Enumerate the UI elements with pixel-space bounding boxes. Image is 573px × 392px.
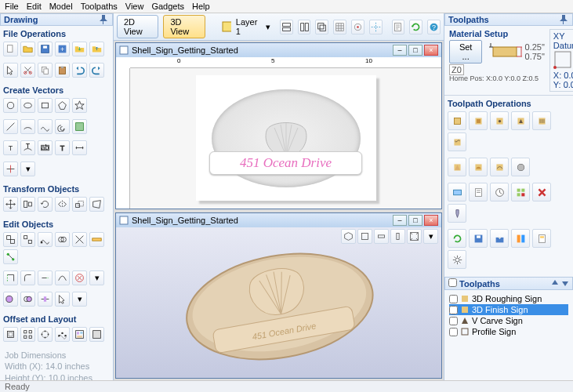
fluting-tp-icon[interactable] [532,111,551,130]
select-icon[interactable] [3,63,18,78]
arc-icon[interactable] [20,119,35,134]
canvas-3d[interactable]: 451 Ocean Drive ▾ [116,227,441,379]
circle-icon[interactable] [3,98,18,113]
toolpaths-list-check-all[interactable] [448,278,457,287]
recalc-tp-icon[interactable] [448,229,466,248]
trim-icon[interactable] [3,162,18,176]
new-file-icon[interactable] [3,42,18,56]
dim-icon[interactable] [72,140,87,155]
min-btn-icon[interactable]: – [393,45,407,56]
offset-icon[interactable] [3,327,18,342]
export-tp-icon[interactable] [490,229,509,248]
iso-view-icon[interactable] [341,229,356,244]
canvas-2d[interactable]: 0 5 10 4 [116,57,441,209]
paste-icon[interactable] [55,63,70,78]
bool1-icon[interactable] [3,292,18,307]
text-outline-icon[interactable]: T [55,140,70,155]
join-icon[interactable] [3,249,18,264]
tile-v-icon[interactable] [298,20,311,34]
nest-icon[interactable] [72,327,87,342]
cascade-icon[interactable] [315,20,328,34]
menu-view[interactable]: View [125,2,144,11]
pick-icon[interactable] [55,292,70,307]
toolpath-item[interactable]: 3D Roughing Sign [449,293,568,304]
menu-help[interactable]: Help [192,2,210,11]
vec-check-icon[interactable] [72,270,87,285]
text-icon[interactable]: T [3,140,18,155]
tooldb-icon[interactable] [448,204,466,223]
polygon-icon[interactable] [55,98,70,113]
extend-icon[interactable] [38,270,53,285]
tile-tp-icon[interactable] [511,183,530,201]
redo-icon[interactable] [89,63,104,78]
spiral-icon[interactable] [55,119,70,134]
snap-icon[interactable] [351,20,364,34]
close-vec-icon[interactable] [3,270,18,285]
edit-drop2-icon[interactable]: ▾ [72,292,87,307]
cut-icon[interactable] [20,63,35,78]
undo-icon[interactable] [72,63,87,78]
text-arc-icon[interactable]: T [20,140,35,155]
tp-check[interactable] [449,328,458,336]
sphere-tp-icon[interactable] [511,158,530,176]
pin-icon[interactable] [560,15,569,24]
menu-edit[interactable]: Edit [27,2,42,11]
align-icon[interactable] [20,197,35,212]
line-icon[interactable] [3,119,18,134]
toolpath-item[interactable]: V Carve Sign [449,315,568,326]
move-down-icon[interactable] [561,279,569,287]
view-drop-icon[interactable]: ▾ [423,229,438,244]
vcarve-tp-icon[interactable] [511,111,530,130]
bool3-icon[interactable] [38,292,53,307]
move-icon[interactable] [3,197,18,212]
template-tp-icon[interactable] [532,229,551,248]
front-view-icon[interactable] [390,229,405,244]
rough3d-tp-icon[interactable] [469,158,488,176]
pocket-tp-icon[interactable] [469,111,488,130]
help-icon[interactable]: ? [427,20,441,34]
material-set-button[interactable]: Set ... [449,40,482,64]
group-icon[interactable] [3,232,18,247]
menu-file[interactable]: File [5,2,19,11]
time-tp-icon[interactable] [490,183,509,201]
fit-curve-icon[interactable] [55,270,70,285]
tile-h-icon[interactable] [280,20,293,34]
import-icon[interactable] [72,42,87,56]
zoom-fit-icon[interactable] [407,229,422,244]
snap-grid-icon[interactable] [333,20,346,34]
bool2-icon[interactable] [20,292,35,307]
tp-check[interactable] [449,295,458,303]
menu-gadgets[interactable]: Gadgets [151,2,184,11]
delete-tp-icon[interactable] [532,183,551,201]
notes-icon[interactable] [392,20,405,34]
menu-model[interactable]: Model [49,2,73,11]
tp-check[interactable] [449,317,458,325]
copy-along-icon[interactable] [55,327,70,342]
rotate-icon[interactable] [38,197,53,212]
refresh-icon[interactable] [409,20,422,34]
ungroup-icon[interactable] [20,232,35,247]
min-btn-icon[interactable]: – [393,215,407,226]
texture-tp-icon[interactable] [448,132,466,151]
mirror-icon[interactable] [55,197,70,212]
finish3d-tp-icon[interactable] [490,158,509,176]
open-file-icon[interactable] [20,42,35,56]
top-view-icon[interactable] [357,229,372,244]
save-tp-icon[interactable] [469,229,488,248]
side-view-icon[interactable] [374,229,389,244]
close-btn-icon[interactable]: × [424,45,438,56]
scale-icon[interactable] [72,197,87,212]
max-btn-icon[interactable]: □ [408,215,422,226]
fillet-icon[interactable] [20,270,35,285]
layer-icon[interactable] [222,21,231,32]
node-edit-icon[interactable] [38,232,53,247]
text-edit-icon[interactable]: ab [38,140,53,155]
merge-tp-icon[interactable] [511,229,530,248]
plate-icon[interactable] [89,327,104,342]
tab-2d-view[interactable]: 2D View [117,15,158,38]
layer-drop-arrow-icon[interactable]: ▾ [266,22,270,32]
trace-icon[interactable] [72,119,87,134]
max-btn-icon[interactable]: □ [408,45,422,56]
export-icon[interactable] [89,42,104,56]
toolpath-item[interactable]: 3D Finish Sign [449,304,568,315]
